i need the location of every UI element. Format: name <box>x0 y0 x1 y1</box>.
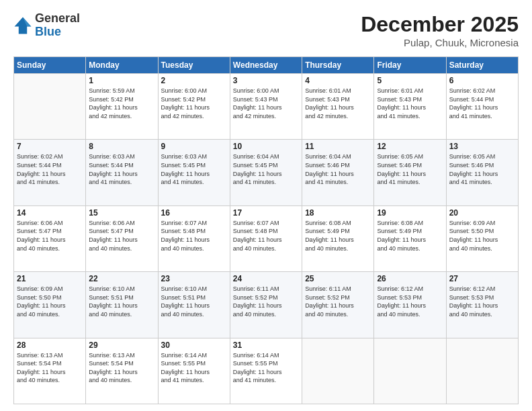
calendar-cell: 11Sunrise: 6:04 AMSunset: 5:46 PMDayligh… <box>302 140 374 205</box>
column-header-wednesday: Wednesday <box>230 57 302 74</box>
week-row-4: 21Sunrise: 6:09 AMSunset: 5:50 PMDayligh… <box>14 272 519 338</box>
day-number: 1 <box>89 76 154 85</box>
logo-text: General Blue <box>35 12 80 39</box>
day-number: 13 <box>449 142 515 151</box>
calendar-cell: 2Sunrise: 6:00 AMSunset: 5:42 PMDaylight… <box>158 74 230 140</box>
title-block: December 2025 Pulap, Chuuk, Micronesia <box>361 12 519 48</box>
day-info: Sunrise: 6:10 AMSunset: 5:51 PMDaylight:… <box>161 285 227 318</box>
calendar-cell: 13Sunrise: 6:05 AMSunset: 5:46 PMDayligh… <box>446 140 518 205</box>
week-row-3: 14Sunrise: 6:06 AMSunset: 5:47 PMDayligh… <box>14 205 519 271</box>
day-number: 17 <box>233 208 299 218</box>
day-number: 19 <box>377 208 443 218</box>
column-header-friday: Friday <box>374 57 446 74</box>
day-info: Sunrise: 6:05 AMSunset: 5:46 PMDaylight:… <box>377 152 443 186</box>
week-row-2: 7Sunrise: 6:02 AMSunset: 5:44 PMDaylight… <box>14 140 519 205</box>
column-header-tuesday: Tuesday <box>158 57 230 74</box>
day-info: Sunrise: 6:01 AMSunset: 5:43 PMDaylight:… <box>305 87 371 120</box>
day-number: 14 <box>17 208 83 218</box>
calendar-cell <box>14 74 86 140</box>
logo: General Blue <box>13 12 80 39</box>
calendar-cell: 27Sunrise: 6:12 AMSunset: 5:53 PMDayligh… <box>446 272 518 338</box>
day-info: Sunrise: 6:10 AMSunset: 5:51 PMDaylight:… <box>89 285 154 318</box>
day-number: 25 <box>305 274 371 283</box>
day-info: Sunrise: 6:13 AMSunset: 5:54 PMDaylight:… <box>17 351 83 385</box>
column-header-saturday: Saturday <box>446 57 518 74</box>
day-info: Sunrise: 6:09 AMSunset: 5:50 PMDaylight:… <box>449 219 515 253</box>
day-info: Sunrise: 6:07 AMSunset: 5:48 PMDaylight:… <box>233 219 299 253</box>
day-info: Sunrise: 6:03 AMSunset: 5:45 PMDaylight:… <box>161 152 227 186</box>
day-number: 23 <box>161 274 227 283</box>
calendar-cell: 3Sunrise: 6:00 AMSunset: 5:43 PMDaylight… <box>230 74 302 140</box>
day-info: Sunrise: 6:02 AMSunset: 5:44 PMDaylight:… <box>449 87 515 120</box>
calendar-cell: 9Sunrise: 6:03 AMSunset: 5:45 PMDaylight… <box>158 140 230 205</box>
month-title: December 2025 <box>361 12 519 37</box>
calendar-cell: 12Sunrise: 6:05 AMSunset: 5:46 PMDayligh… <box>374 140 446 205</box>
week-row-1: 1Sunrise: 5:59 AMSunset: 5:42 PMDaylight… <box>14 74 519 140</box>
calendar-cell: 7Sunrise: 6:02 AMSunset: 5:44 PMDaylight… <box>14 140 86 205</box>
day-number: 9 <box>161 142 227 151</box>
day-number: 12 <box>377 142 443 151</box>
day-info: Sunrise: 6:04 AMSunset: 5:46 PMDaylight:… <box>305 152 371 186</box>
day-info: Sunrise: 6:04 AMSunset: 5:45 PMDaylight:… <box>233 152 299 186</box>
calendar-cell: 5Sunrise: 6:01 AMSunset: 5:43 PMDaylight… <box>374 74 446 140</box>
day-number: 27 <box>449 274 515 283</box>
calendar-cell: 10Sunrise: 6:04 AMSunset: 5:45 PMDayligh… <box>230 140 302 205</box>
calendar-cell: 29Sunrise: 6:13 AMSunset: 5:54 PMDayligh… <box>86 338 158 404</box>
logo-blue: Blue <box>35 25 61 38</box>
logo-general: General <box>35 11 80 25</box>
calendar-cell: 24Sunrise: 6:11 AMSunset: 5:52 PMDayligh… <box>230 272 302 338</box>
day-number: 20 <box>449 208 515 218</box>
day-info: Sunrise: 6:06 AMSunset: 5:47 PMDaylight:… <box>17 219 83 253</box>
day-number: 30 <box>161 340 227 350</box>
calendar-cell: 1Sunrise: 5:59 AMSunset: 5:42 PMDaylight… <box>86 74 158 140</box>
day-info: Sunrise: 6:11 AMSunset: 5:52 PMDaylight:… <box>233 285 299 318</box>
calendar-cell: 26Sunrise: 6:12 AMSunset: 5:53 PMDayligh… <box>374 272 446 338</box>
calendar-cell: 28Sunrise: 6:13 AMSunset: 5:54 PMDayligh… <box>14 338 86 404</box>
day-info: Sunrise: 6:07 AMSunset: 5:48 PMDaylight:… <box>161 219 227 253</box>
column-header-sunday: Sunday <box>14 57 86 74</box>
calendar-cell: 25Sunrise: 6:11 AMSunset: 5:52 PMDayligh… <box>302 272 374 338</box>
day-info: Sunrise: 6:08 AMSunset: 5:49 PMDaylight:… <box>377 219 443 253</box>
calendar-cell: 17Sunrise: 6:07 AMSunset: 5:48 PMDayligh… <box>230 205 302 271</box>
day-number: 21 <box>17 274 83 283</box>
day-number: 11 <box>305 142 371 151</box>
calendar-cell: 21Sunrise: 6:09 AMSunset: 5:50 PMDayligh… <box>14 272 86 338</box>
day-number: 15 <box>89 208 154 218</box>
week-row-5: 28Sunrise: 6:13 AMSunset: 5:54 PMDayligh… <box>14 338 519 404</box>
day-number: 6 <box>449 76 515 85</box>
calendar-cell: 15Sunrise: 6:06 AMSunset: 5:47 PMDayligh… <box>86 205 158 271</box>
day-number: 8 <box>89 142 154 151</box>
day-info: Sunrise: 5:59 AMSunset: 5:42 PMDaylight:… <box>89 87 154 120</box>
calendar-cell: 6Sunrise: 6:02 AMSunset: 5:44 PMDaylight… <box>446 74 518 140</box>
day-number: 26 <box>377 274 443 283</box>
calendar-cell: 20Sunrise: 6:09 AMSunset: 5:50 PMDayligh… <box>446 205 518 271</box>
day-number: 10 <box>233 142 299 151</box>
calendar-cell <box>302 338 374 404</box>
calendar-cell: 8Sunrise: 6:03 AMSunset: 5:44 PMDaylight… <box>86 140 158 205</box>
day-info: Sunrise: 6:03 AMSunset: 5:44 PMDaylight:… <box>89 152 154 186</box>
day-number: 4 <box>305 76 371 85</box>
day-info: Sunrise: 6:02 AMSunset: 5:44 PMDaylight:… <box>17 152 83 186</box>
day-info: Sunrise: 6:08 AMSunset: 5:49 PMDaylight:… <box>305 219 371 253</box>
column-header-monday: Monday <box>86 57 158 74</box>
day-number: 28 <box>17 340 83 350</box>
calendar-cell <box>446 338 518 404</box>
day-number: 24 <box>233 274 299 283</box>
day-number: 29 <box>89 340 154 350</box>
page: General Blue December 2025 Pulap, Chuuk,… <box>0 0 532 411</box>
calendar-cell: 30Sunrise: 6:14 AMSunset: 5:55 PMDayligh… <box>158 338 230 404</box>
calendar-cell: 19Sunrise: 6:08 AMSunset: 5:49 PMDayligh… <box>374 205 446 271</box>
day-info: Sunrise: 6:06 AMSunset: 5:47 PMDaylight:… <box>89 219 154 253</box>
calendar-cell: 4Sunrise: 6:01 AMSunset: 5:43 PMDaylight… <box>302 74 374 140</box>
day-info: Sunrise: 6:14 AMSunset: 5:55 PMDaylight:… <box>233 351 299 385</box>
day-info: Sunrise: 6:05 AMSunset: 5:46 PMDaylight:… <box>449 152 515 186</box>
day-number: 31 <box>233 340 299 350</box>
column-header-thursday: Thursday <box>302 57 374 74</box>
day-number: 5 <box>377 76 443 85</box>
day-info: Sunrise: 6:12 AMSunset: 5:53 PMDaylight:… <box>449 285 515 318</box>
day-info: Sunrise: 6:13 AMSunset: 5:54 PMDaylight:… <box>89 351 154 385</box>
day-info: Sunrise: 6:00 AMSunset: 5:43 PMDaylight:… <box>233 87 299 120</box>
calendar-cell: 23Sunrise: 6:10 AMSunset: 5:51 PMDayligh… <box>158 272 230 338</box>
day-info: Sunrise: 6:00 AMSunset: 5:42 PMDaylight:… <box>161 87 227 120</box>
day-number: 16 <box>161 208 227 218</box>
